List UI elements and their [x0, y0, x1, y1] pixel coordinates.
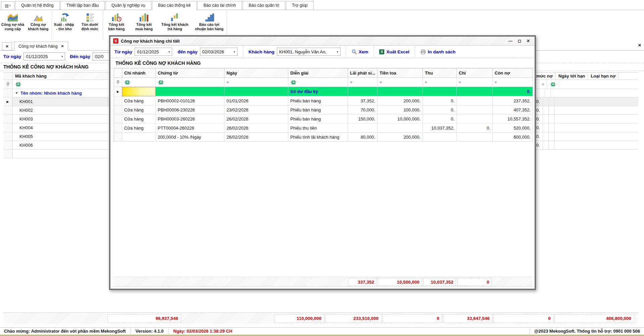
data-row[interactable]: 0.: [534, 141, 638, 150]
view-button[interactable]: Xem: [352, 49, 368, 54]
window-menu-button[interactable]: ▤▾: [1, 1, 14, 10]
filter-cell[interactable]: aBc: [288, 78, 348, 87]
ribbon-button-ton-duoi-dinh-muc[interactable]: Tồn dưới định mức: [77, 11, 103, 34]
group-row[interactable]: ▼ Tên nhóm: Nhóm khách hàng: [3, 89, 111, 97]
filter-cell[interactable]: =: [225, 78, 288, 87]
menu-tab-bao-cao-quan-tri[interactable]: Báo cáo quản trị: [243, 1, 285, 10]
filter-cell[interactable]: =: [348, 78, 378, 87]
column-header-chi-nhanh[interactable]: Chi nhánh: [122, 68, 156, 78]
row-indicator: [3, 106, 12, 114]
filter-cell[interactable]: aBc: [156, 78, 225, 87]
column-header-muc-no[interactable]: mức nợ: [534, 73, 556, 80]
dialog-title-bar[interactable]: V Công nợ khách hàng chi tiết — ◻ ✕: [110, 37, 535, 45]
equals-filter-icon: =: [227, 80, 229, 84]
customer-row[interactable]: KH002: [3, 106, 111, 115]
column-header-loai-han-no[interactable]: Loại hạn nợ: [588, 73, 618, 80]
transaction-row[interactable]: Cửa hàng PBH00002-010126 01/01/2026 Phiế…: [114, 96, 533, 105]
grid-header-row: Chi nhánh Chứng từ Ngày Diễn giải Lãi ph…: [114, 68, 533, 78]
welcome-text: Chào mừng: Administrator đến với phần mề…: [4, 329, 126, 334]
tab-close-icon[interactable]: ✕: [61, 44, 64, 48]
data-row[interactable]: 0.: [534, 97, 638, 106]
ribbon-button-xuat-nhap-ton-kho[interactable]: Xuất - nhập - tồn kho: [51, 11, 77, 34]
excel-icon: X: [379, 49, 384, 54]
filter-cell[interactable]: =: [457, 78, 493, 87]
background-grid-right: mức nợ Ngày tới hạn Loại hạn nợ = aBc 0.…: [534, 72, 638, 150]
customer-row[interactable]: KH005: [3, 132, 111, 141]
customer-row[interactable]: KH003: [3, 115, 111, 124]
column-header-dien-giai[interactable]: Diễn giải: [288, 68, 348, 78]
total-cell: 110,000,000: [274, 314, 325, 323]
branch-cell: Cửa hàng: [122, 105, 156, 114]
to-date-combobox[interactable]: 02/03/2026 ▾: [200, 48, 238, 56]
ribbon-button-cong-no-khach-hang[interactable]: Công nợ khách hàng: [26, 11, 51, 34]
column-header-lai-phat-sinh[interactable]: Lãi phát si...: [348, 68, 378, 78]
doc-cell: PBH00006-230226: [156, 105, 225, 114]
amount-cell: 200,000.: [378, 133, 423, 142]
balance-cell: 0.: [493, 87, 533, 96]
dropdown-arrow-icon: ▾: [231, 50, 235, 53]
customer-row[interactable]: KH006: [3, 141, 111, 150]
equals-filter-icon: =: [425, 80, 427, 84]
background-grid-left: Mã khách hàng aBc ▼ Tên nhóm: Nhóm khách…: [3, 72, 111, 158]
ribbon-button-tong-ket-khach-tra-hang[interactable]: Tổng kết khách trả hàng: [158, 11, 192, 34]
filter-cell[interactable]: aBc: [122, 78, 156, 87]
menu-tab-thiet-lap-ban-dau[interactable]: Thiết lập ban đầu: [60, 1, 105, 10]
customer-row[interactable]: KH004: [3, 124, 111, 132]
customer-row[interactable]: ▶ KH001: [3, 97, 111, 106]
transaction-row[interactable]: 200,000đ - 10% /Ngày 26/02/2026 Phiếu tí…: [114, 133, 533, 142]
to-date-label: Đến ngày: [70, 54, 90, 59]
column-header-chi[interactable]: Chi: [457, 68, 493, 78]
toolbar-separator: [415, 47, 415, 57]
data-row[interactable]: 0.: [534, 132, 638, 141]
focused-cell[interactable]: [122, 87, 156, 96]
panel-close-icon[interactable]: ✕: [638, 43, 641, 48]
customer-combobox[interactable]: KH001, Nguyễn Văn An, ▾: [277, 48, 341, 56]
from-date-combobox[interactable]: 01/12/2025 ▾: [23, 52, 65, 60]
column-header-ma-khach-hang[interactable]: Mã khách hàng: [12, 73, 111, 80]
minimize-icon[interactable]: —: [508, 39, 512, 43]
close-icon[interactable]: ✕: [527, 39, 530, 43]
export-excel-button[interactable]: X Xuất Excel: [379, 49, 409, 54]
ribbon-button-tong-ket-mua-hang[interactable]: Tổng kết mua hàng: [130, 11, 158, 34]
collapse-triangle-icon[interactable]: ▼: [15, 91, 18, 95]
data-row[interactable]: 0.: [534, 115, 638, 124]
filter-cell[interactable]: =: [378, 78, 423, 87]
column-header-ngay[interactable]: Ngày: [225, 68, 288, 78]
filter-cell[interactable]: =: [423, 78, 457, 87]
transaction-row[interactable]: Cửa hàng PTT00004-260226 26/02/2026 Phiế…: [114, 124, 533, 133]
column-header-tien-toa[interactable]: Tiền toa: [378, 68, 423, 78]
customer-code-cell: KH001: [12, 97, 111, 106]
column-header-ngay-toi-han[interactable]: Ngày tới hạn: [556, 73, 588, 80]
document-tab-cong-no-khach-hang[interactable]: Công nợ khách hàng ✕: [14, 42, 68, 51]
menu-tab-quan-ly-nghiep-vu[interactable]: Quản lý nghiệp vụ: [105, 1, 151, 10]
transaction-row[interactable]: Cửa hàng PBH00003-260226 26/02/2026 Phiế…: [114, 114, 533, 124]
ribbon-button-cong-no-nha-cung-cap[interactable]: Công nợ nhà cung cấp: [0, 11, 26, 34]
filter-cell[interactable]: =: [493, 78, 533, 87]
description-cell: Số dư đầu kỳ: [288, 87, 348, 96]
menu-tab-bao-cao-thong-ke[interactable]: Báo cáo thống kê: [152, 1, 197, 10]
from-date-value: 01/12/2025: [26, 54, 48, 59]
due-date-cell: [543, 106, 549, 114]
filter-cell[interactable]: aBc: [547, 80, 559, 89]
dialog-filter-toolbar: Từ ngày 01/12/2025 ▾ đến ngày 02/03/2026…: [110, 45, 535, 58]
column-header-con-no[interactable]: Còn nợ: [493, 68, 533, 78]
menu-tab-bao-cao-tai-chinh[interactable]: Báo cáo tài chính: [197, 1, 242, 10]
print-list-button[interactable]: In danh sách: [420, 49, 456, 54]
close-document-button[interactable]: ✕: [2, 42, 12, 50]
filter-cell[interactable]: =: [539, 80, 547, 89]
ribbon-button-tong-ket-ban-hang[interactable]: Tổng kết bán hàng: [103, 11, 130, 34]
data-row[interactable]: 0.: [534, 124, 638, 132]
filter-cell-ma-khach-hang[interactable]: aBc: [12, 80, 111, 89]
ribbon-button-bao-cao-loi-nhuan[interactable]: Báo cáo lợi nhuận bán hàng: [192, 11, 227, 34]
maximize-icon[interactable]: ◻: [518, 39, 521, 43]
from-date-combobox[interactable]: 01/12/2025 ▾: [135, 48, 172, 56]
column-header-chung-tu[interactable]: Chứng từ: [156, 68, 225, 78]
opening-balance-row[interactable]: ▶ Số dư đầu kỳ 0.: [114, 87, 533, 96]
group-cell: ▼ Tên nhóm: Nhóm khách hàng: [12, 89, 111, 97]
menu-tab-tro-giup[interactable]: Trợ giúp: [286, 1, 314, 10]
transaction-row[interactable]: Cửa hàng PBH00006-230226 23/02/2026 Phiế…: [114, 105, 533, 114]
column-header-thu[interactable]: Thu: [423, 68, 457, 78]
balance-cell: 237,352.: [493, 96, 533, 105]
menu-tab-quan-tri-he-thong[interactable]: Quản trị hệ thống: [15, 1, 60, 10]
data-row[interactable]: 0.: [534, 106, 638, 115]
